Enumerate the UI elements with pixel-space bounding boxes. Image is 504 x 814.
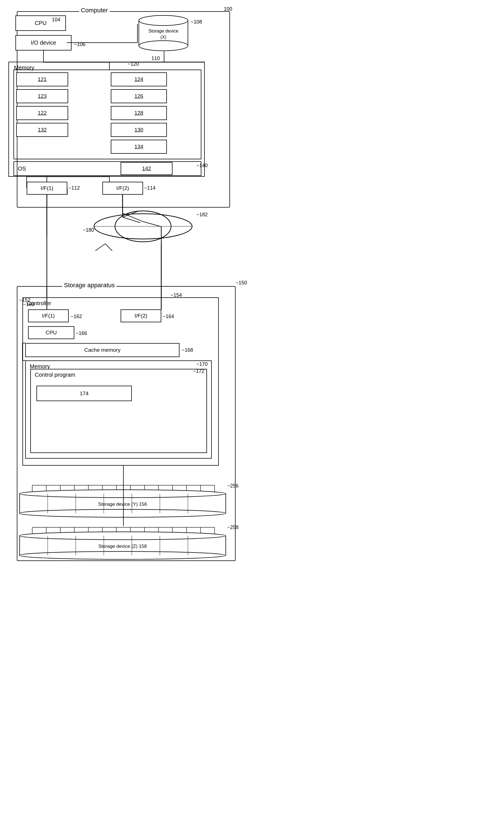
ref-120: ~120	[128, 61, 139, 67]
computer-if2-box: I/F(2)	[102, 182, 143, 195]
box-123: 123	[16, 89, 68, 103]
io-device-label: I/O device	[31, 40, 56, 46]
ref-104: 104	[52, 17, 60, 23]
ref-164: ~164	[163, 314, 174, 319]
ref-172: ~172	[193, 368, 204, 374]
ref-174-label: 174	[80, 390, 89, 397]
ref-128-link[interactable]: 128	[134, 110, 143, 116]
ref-132-link[interactable]: 132	[38, 127, 47, 133]
ctrl-if1-label: I/F(1)	[42, 313, 55, 319]
ref-166: ~166	[76, 330, 87, 336]
svg-line-27	[95, 244, 105, 251]
storage-y-row: Storage device (Y) 156	[18, 484, 227, 520]
box-128: 128	[111, 106, 167, 120]
computer-if1-label: I/F(1)	[41, 185, 53, 191]
ref-114: ~114	[144, 185, 156, 191]
box-126: 126	[111, 89, 167, 103]
os-box: OS	[13, 161, 201, 176]
ref-106: ~106	[74, 42, 86, 47]
ctrl-program-box: Control program	[30, 369, 207, 453]
io-device-box: I/O device	[15, 35, 72, 50]
ref-124-link[interactable]: 124	[134, 76, 143, 82]
ref-182: ~182	[196, 212, 208, 218]
ref-134-link[interactable]: 134	[134, 144, 143, 150]
box-134: 134	[111, 140, 167, 154]
ref-130-link[interactable]: 130	[134, 127, 143, 133]
box-130: 130	[111, 123, 167, 137]
ref-100: 100	[224, 6, 232, 12]
svg-point-70	[20, 532, 226, 540]
svg-point-16	[139, 15, 188, 26]
ref-121-link[interactable]: 121	[38, 76, 47, 82]
ref-256: ~256	[227, 483, 239, 489]
ref-142-link[interactable]: 142	[142, 165, 151, 172]
ref-162: ~162	[71, 314, 82, 319]
svg-point-17	[139, 41, 188, 51]
svg-text:Storage device (Z)   158: Storage device (Z) 158	[98, 544, 147, 549]
diagram-container: Computer 100 102 CPU 104 I/O device ~106…	[0, 0, 504, 814]
ref-170: ~170	[196, 361, 208, 367]
svg-text:Storage device: Storage device	[148, 29, 178, 33]
network-oval	[90, 210, 196, 243]
ctrl-if2-label: I/F(2)	[135, 313, 147, 319]
ref-123-link[interactable]: 123	[38, 93, 47, 99]
cpu-label: CPU	[35, 20, 47, 26]
ctrl-if2-box: I/F(2)	[121, 309, 161, 322]
computer-label: Computer	[79, 7, 110, 14]
ref-112: ~112	[68, 185, 80, 191]
svg-point-46	[20, 509, 226, 517]
box-124: 124	[111, 72, 167, 86]
svg-point-71	[20, 551, 226, 559]
box-174: 174	[36, 386, 132, 401]
ref-150: ~150	[236, 280, 247, 286]
ref-126-link[interactable]: 126	[134, 93, 143, 99]
storage-z-row: Storage device (Z) 158	[18, 526, 227, 562]
box-122: 122	[16, 106, 68, 120]
ref-140: ~140	[196, 163, 208, 169]
ctrl-cpu-box: CPU	[28, 326, 74, 339]
svg-text:(X): (X)	[160, 35, 166, 40]
box-142: 142	[121, 162, 172, 175]
ref-180: ~180	[83, 227, 94, 233]
ref-168: ~168	[182, 347, 193, 353]
box-132: 132	[16, 123, 68, 137]
ref-122-link[interactable]: 122	[38, 110, 47, 116]
computer-if1-box: I/F(1)	[27, 182, 67, 195]
svg-point-45	[20, 490, 226, 498]
svg-line-28	[105, 244, 112, 251]
ctrl-cpu-label: CPU	[45, 330, 57, 336]
cache-memory-label: Cache memory	[84, 347, 121, 353]
ref-108: ~108	[191, 19, 202, 25]
ref-160: ~160	[23, 302, 34, 307]
ref-258: ~258	[227, 525, 239, 530]
ctrl-program-label: Control program	[35, 372, 75, 378]
box-121: 121	[16, 72, 68, 86]
storage-apparatus-label: Storage apparatus	[62, 282, 116, 289]
storage-device-x: Storage device (X)	[137, 13, 189, 51]
computer-if2-label: I/F(2)	[116, 185, 129, 191]
os-label: OS	[18, 165, 26, 172]
cache-memory-box: Cache memory	[25, 343, 179, 357]
ref-110: 110	[151, 56, 160, 61]
svg-text:Storage device (Y)   156: Storage device (Y) 156	[98, 502, 147, 507]
ctrl-if1-box: I/F(1)	[28, 309, 69, 322]
